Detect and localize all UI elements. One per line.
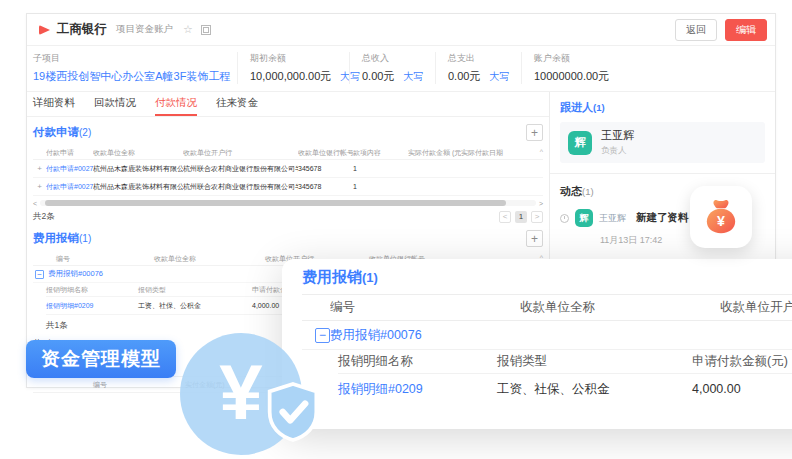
popup-expense-row: − 费用报销#00076 — [302, 321, 792, 350]
pagination: < 1 > — [499, 211, 543, 223]
payment-request-table: ^ 付款申请 收款单位全称 收款单位开户行 收款单位银行帐号 款项内容 实际付款… — [33, 146, 543, 223]
current-page[interactable]: 1 — [515, 211, 527, 223]
expense-header: 费用报销 (1) + — [33, 230, 543, 247]
col-header: 付款申请 — [46, 148, 93, 158]
cell-type: 工资、社保、公积金 — [497, 381, 692, 398]
back-button[interactable]: 返回 — [675, 19, 717, 41]
table-row: + 付款申请#00274 杭州品木森鹿装饰材料有限公司 杭州联合农村商业银行股份… — [33, 160, 543, 178]
follower-name: 王亚辉 — [601, 128, 634, 143]
add-payment-request-button[interactable]: + — [526, 124, 543, 141]
section-title: 付款申请 — [33, 125, 79, 140]
field-value: 0.00元 — [448, 69, 480, 84]
page-subtitle: 项目资金账户 — [116, 23, 173, 36]
collapse-row-icon[interactable]: − — [35, 270, 44, 279]
col-header: 款项内容 — [353, 148, 408, 158]
add-expense-button[interactable]: + — [526, 230, 543, 247]
expand-icon[interactable] — [201, 25, 211, 35]
payment-request-link[interactable]: 付款申请#00274 — [46, 164, 93, 174]
popup-count: (1) — [362, 270, 378, 285]
tab-transactions[interactable]: 往来资金 — [216, 92, 258, 116]
model-badge: 资金管理模型 — [26, 340, 176, 378]
divider — [550, 173, 775, 174]
col-header: 实际付款金额 (元) — [408, 148, 461, 158]
col-header: 报销类型 — [497, 353, 692, 370]
scroll-left-icon[interactable]: < — [33, 200, 37, 207]
field-value: 10000000.00元 — [534, 69, 609, 84]
followers-count: (1) — [593, 102, 605, 113]
screen: 工商银行 项目资金账户 ☆ 返回 编辑 子项目 19楼西投创智中心办公室A幢3F… — [0, 0, 792, 459]
popup-title: 费用报销(1) — [302, 268, 792, 287]
prev-page-button[interactable]: < — [499, 211, 511, 223]
avatar: 辉 — [568, 131, 592, 155]
expand-row-icon[interactable]: + — [33, 164, 46, 173]
followers-label: 跟进人 — [560, 101, 593, 113]
tab-bar: 详细资料 回款情况 付款情况 往来资金 — [27, 92, 549, 117]
tab-details[interactable]: 详细资料 — [33, 92, 75, 116]
cell-account: 345678 — [298, 183, 353, 190]
expense-link[interactable]: 费用报销#00076 — [48, 269, 103, 279]
section-count: (1) — [79, 233, 91, 244]
follower-card[interactable]: 辉 王亚辉 负责人 — [560, 122, 765, 163]
summary-row: 子项目 19楼西投创智中心办公室A幢3F装饰工程 期初余额 10,000,000… — [27, 46, 775, 92]
scroll-right-icon[interactable]: > — [539, 200, 543, 207]
uppercase-link[interactable]: 大写 — [403, 70, 423, 84]
tab-payments[interactable]: 付款情况 — [155, 92, 197, 116]
bank-logo-icon — [39, 25, 50, 35]
field-value: 10,000,000.00元 — [250, 69, 331, 84]
section-count: (2) — [79, 127, 91, 138]
scrollbar-thumb[interactable] — [45, 200, 506, 206]
edit-button[interactable]: 编辑 — [725, 19, 767, 41]
uppercase-link[interactable]: 大写 — [489, 70, 509, 84]
payment-request-link[interactable]: 付款申请#00272 — [46, 182, 93, 192]
cell-company: 杭州品木森鹿装饰材料有限公司 — [93, 164, 183, 174]
field-value: 0.00元 — [362, 69, 394, 84]
summary-account-balance: 账户余额 10000000.00元 — [521, 52, 671, 84]
table-header: 付款申请 收款单位全称 收款单位开户行 收款单位银行帐号 款项内容 实际付款金额… — [33, 146, 543, 160]
cell-amount: 4,000.00 — [692, 382, 792, 396]
horizontal-scrollbar[interactable]: < > — [33, 199, 543, 207]
summary-total-income: 总收入 0.00元 大写 — [349, 52, 435, 84]
popup-title-text: 费用报销 — [302, 268, 362, 285]
col-header: 报销明细名称 — [46, 285, 138, 295]
table-footer: 共2条 < 1 > — [33, 211, 543, 223]
section-title: 费用报销 — [33, 231, 79, 246]
followers-title: 跟进人(1) — [560, 100, 765, 115]
expand-row-icon[interactable]: + — [33, 182, 46, 191]
subproject-link[interactable]: 19楼西投创智中心办公室A幢3F装饰工程 — [33, 69, 230, 84]
col-header: 编号 — [46, 254, 154, 264]
follower-role: 负责人 — [601, 145, 634, 157]
col-header: 实际付款日期 — [461, 148, 543, 158]
col-header: 编号 — [330, 299, 520, 316]
cell-content: 1 — [353, 165, 408, 172]
expense-popup: 费用报销(1) 编号 收款单位全称 收款单位开户行 − 费用报销#00076 报… — [282, 259, 792, 429]
scroll-up-icon[interactable]: ^ — [540, 148, 543, 155]
detail-link[interactable]: 报销明细#0209 — [46, 301, 138, 311]
activity-count: (1) — [582, 186, 594, 197]
window-header: 工商银行 项目资金账户 ☆ 返回 编辑 — [27, 14, 775, 46]
field-label: 期初余额 — [250, 52, 339, 65]
activity-label: 动态 — [560, 185, 582, 197]
summary-opening-balance: 期初余额 10,000,000.00元 大写 — [237, 52, 349, 84]
detail-link[interactable]: 报销明细#0209 — [338, 381, 497, 398]
cell-company: 杭州品木森鹿装饰材料有限公司 — [93, 182, 183, 192]
activity-user: 王亚辉 — [599, 212, 626, 225]
field-label: 子项目 — [33, 52, 227, 65]
popup-table-header: 编号 收款单位全称 收款单位开户行 — [302, 294, 792, 321]
col-header: 收款单位银行帐号 — [298, 148, 353, 158]
collapse-row-icon[interactable]: − — [315, 328, 330, 343]
cell-bank: 杭州联合农村商业银行股份有限公司半山支行 — [183, 182, 298, 192]
money-bag-card[interactable]: ¥ — [690, 186, 752, 248]
field-label: 总支出 — [448, 52, 511, 65]
yen-symbol: ¥ — [219, 353, 262, 431]
clock-icon — [560, 214, 569, 223]
star-icon[interactable]: ☆ — [183, 24, 193, 35]
col-header: 申请付款金额(元) — [692, 353, 792, 370]
next-page-button[interactable]: > — [531, 211, 543, 223]
page-title: 工商银行 — [57, 21, 107, 38]
popup-detail: 报销明细名称 报销类型 申请付款金额(元) 报销明细#0209 工资、社保、公积… — [338, 350, 792, 404]
col-header: 报销明细名称 — [338, 353, 497, 370]
expense-link[interactable]: 费用报销#00076 — [330, 327, 792, 344]
avatar: 辉 — [575, 209, 593, 227]
cell-account: 345678 — [298, 165, 353, 172]
tab-collections[interactable]: 回款情况 — [94, 92, 136, 116]
